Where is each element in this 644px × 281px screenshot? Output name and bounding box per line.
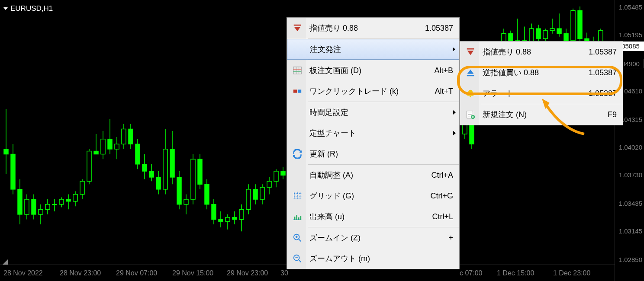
svg-rect-37 bbox=[129, 129, 133, 144]
menu-item-label: グリッド (G) bbox=[308, 191, 430, 201]
price-tick: 1.03730 bbox=[619, 171, 642, 179]
menu-item-label: 更新 (R) bbox=[308, 149, 459, 159]
menu-item-shortcut: 1.05387 bbox=[589, 68, 623, 77]
svg-rect-107 bbox=[571, 10, 575, 41]
menu-item[interactable]: グリッド (G)Ctrl+G bbox=[287, 185, 459, 206]
menu-item[interactable]: 板注文画面 (D)Alt+B bbox=[287, 60, 459, 81]
time-tick: 29 Nov 15:00 bbox=[172, 269, 213, 277]
menu-item[interactable]: 逆指値買い 0.881.05387 bbox=[460, 62, 623, 83]
menu-item-label: 時間足設定 bbox=[308, 107, 459, 118]
context-menu-main: 指値売り 0.881.05387注文発注板注文画面 (D)Alt+Bワンクリック… bbox=[287, 17, 460, 269]
price-tick: 1.05195 bbox=[619, 31, 642, 38]
svg-rect-116 bbox=[294, 25, 301, 26]
svg-rect-142 bbox=[467, 48, 474, 50]
svg-rect-1 bbox=[4, 149, 8, 154]
menu-item-label: 自動調整 (A) bbox=[308, 170, 431, 180]
svg-rect-49 bbox=[170, 149, 174, 177]
svg-rect-97 bbox=[536, 29, 541, 38]
menu-item[interactable]: 自動調整 (A)Ctrl+A bbox=[287, 165, 459, 185]
svg-rect-39 bbox=[135, 144, 140, 164]
svg-rect-3 bbox=[11, 154, 15, 189]
menu-item[interactable]: 指値売り 0.881.05387 bbox=[287, 18, 459, 38]
menu-item-label: ワンクリックトレード (k) bbox=[308, 86, 435, 96]
menu-item-shortcut: Ctrl+L bbox=[432, 212, 459, 221]
svg-rect-134 bbox=[300, 216, 301, 220]
volume-icon bbox=[287, 212, 308, 221]
svg-rect-55 bbox=[191, 159, 195, 199]
svg-rect-123 bbox=[298, 89, 301, 93]
menu-item-label: 新規注文 (N) bbox=[481, 109, 608, 120]
menu-item-label: ズームアウト (m) bbox=[308, 253, 459, 264]
price-tick: 1.02850 bbox=[619, 256, 642, 263]
svg-rect-21 bbox=[73, 194, 77, 201]
dropdown-icon[interactable] bbox=[3, 7, 8, 10]
chevron-right-icon bbox=[453, 47, 455, 51]
menu-item-label: 定型チャート bbox=[308, 128, 459, 138]
svg-rect-71 bbox=[246, 189, 251, 209]
chart-title[interactable]: EURUSD,H1 bbox=[3, 4, 53, 13]
oneclick-icon bbox=[287, 86, 308, 96]
menu-item[interactable]: 出来高 (u)Ctrl+L bbox=[287, 206, 459, 227]
menu-item[interactable]: 時間足設定 bbox=[287, 102, 459, 123]
time-tick: 1 Dec 15:00 bbox=[497, 269, 534, 277]
menu-item[interactable]: 更新 (R) bbox=[287, 144, 459, 164]
svg-rect-77 bbox=[267, 181, 271, 187]
menu-item[interactable]: 指値売り 0.881.05387 bbox=[460, 42, 623, 62]
menu-item-shortcut: 1.05387 bbox=[589, 48, 623, 57]
menu-item-shortcut: Ctrl+A bbox=[431, 171, 459, 180]
svg-rect-47 bbox=[163, 149, 167, 189]
sell-arrow-icon bbox=[287, 23, 308, 33]
time-tick: 30 bbox=[280, 269, 288, 277]
svg-rect-67 bbox=[232, 217, 237, 220]
svg-line-136 bbox=[299, 239, 301, 242]
time-tick: 29 Nov 07:00 bbox=[116, 269, 157, 277]
svg-rect-27 bbox=[94, 151, 98, 154]
svg-rect-57 bbox=[198, 159, 202, 184]
menu-item-label: 逆指値買い 0.88 bbox=[481, 67, 589, 78]
svg-rect-133 bbox=[298, 217, 299, 220]
refresh-icon bbox=[287, 149, 308, 159]
svg-rect-131 bbox=[294, 217, 296, 220]
svg-rect-9 bbox=[32, 199, 36, 214]
svg-rect-103 bbox=[557, 29, 561, 34]
svg-rect-35 bbox=[122, 129, 126, 144]
svg-rect-45 bbox=[156, 177, 161, 189]
menu-item-shortcut: Ctrl+G bbox=[430, 192, 459, 201]
grid-icon bbox=[287, 191, 308, 201]
svg-rect-7 bbox=[25, 199, 29, 214]
menu-item[interactable]: ズームイン (Z)+ bbox=[287, 227, 459, 248]
buy-arrow-icon bbox=[460, 68, 481, 77]
svg-rect-105 bbox=[564, 34, 568, 41]
menu-item[interactable]: 注文発注 bbox=[287, 39, 459, 60]
grid-table-icon bbox=[287, 66, 308, 75]
svg-rect-61 bbox=[212, 204, 216, 220]
svg-rect-101 bbox=[550, 29, 554, 31]
svg-point-144 bbox=[470, 96, 471, 98]
svg-rect-79 bbox=[274, 171, 278, 181]
menu-item-shortcut: 1.05387 bbox=[589, 89, 623, 98]
menu-item[interactable]: 新規注文 (N)F9 bbox=[460, 104, 623, 125]
svg-rect-23 bbox=[80, 181, 84, 194]
menu-item[interactable]: ズームアウト (m) bbox=[287, 248, 459, 269]
svg-rect-17 bbox=[59, 199, 64, 204]
menu-item-label: アラート bbox=[481, 88, 589, 99]
price-tick: 1.03435 bbox=[619, 200, 642, 207]
svg-rect-99 bbox=[543, 31, 547, 39]
context-menu-order-submenu: 指値売り 0.881.05387逆指値買い 0.881.05387アラート1.0… bbox=[460, 41, 623, 125]
svg-rect-53 bbox=[184, 199, 188, 204]
menu-item-label: 注文発注 bbox=[308, 44, 459, 54]
svg-rect-29 bbox=[101, 139, 105, 154]
svg-rect-69 bbox=[239, 209, 244, 219]
price-tick: 04610 bbox=[624, 87, 642, 95]
svg-rect-43 bbox=[149, 171, 154, 177]
chart-corner-icon bbox=[3, 259, 8, 265]
symbol-label: EURUSD,H1 bbox=[10, 4, 53, 13]
time-tick: 1 Dec 23:00 bbox=[553, 269, 590, 277]
svg-rect-5 bbox=[18, 189, 22, 214]
svg-line-140 bbox=[299, 260, 301, 262]
menu-item[interactable]: 定型チャート bbox=[287, 123, 459, 144]
menu-item[interactable]: アラート1.05387 bbox=[460, 83, 623, 104]
menu-item[interactable]: ワンクリックトレード (k)Alt+T bbox=[287, 81, 459, 102]
price-tick: 1.03145 bbox=[619, 227, 642, 235]
time-tick: 28 Nov 23:00 bbox=[60, 269, 101, 277]
